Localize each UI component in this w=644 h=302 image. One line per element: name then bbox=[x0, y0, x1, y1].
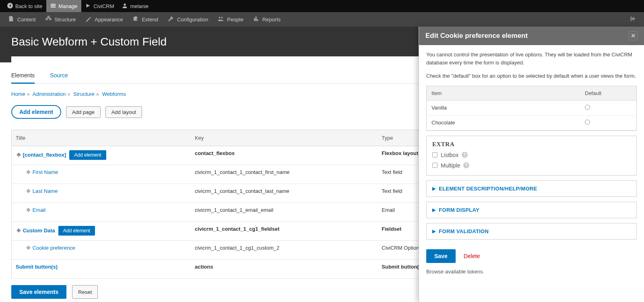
extra-title: EXTRA bbox=[427, 136, 636, 150]
add-page-button[interactable]: Add page bbox=[66, 106, 101, 118]
back-arrow-icon bbox=[7, 3, 13, 10]
th-default: Default bbox=[580, 86, 636, 101]
people-icon bbox=[218, 16, 224, 23]
user-menu[interactable]: melanie bbox=[118, 0, 153, 12]
toolbar-top: Back to site Manage CiviCRM melanie bbox=[0, 0, 644, 12]
element-title-link[interactable]: [contact_flexbox] bbox=[23, 152, 66, 158]
element-title-link[interactable]: Email bbox=[33, 207, 46, 213]
panel-header: Edit Cookie preference element ✕ bbox=[419, 27, 644, 45]
tab-build[interactable]: Build bbox=[50, 56, 61, 62]
crumb-admin[interactable]: Administration bbox=[33, 91, 66, 97]
civicrm-link[interactable]: CiviCRM bbox=[81, 0, 118, 12]
civicrm-label: CiviCRM bbox=[93, 3, 114, 9]
user-icon bbox=[122, 3, 128, 10]
options-fieldset: Item Default Vanilla Chocolate bbox=[426, 86, 637, 131]
help-text-2: Check the "default" box for an option to… bbox=[426, 72, 637, 80]
save-elements-button[interactable]: Save elements bbox=[11, 285, 66, 299]
toolbar-admin: Content Structure Appearance Extend Conf… bbox=[0, 12, 644, 27]
th-key: Key bbox=[191, 130, 378, 146]
structure-icon bbox=[45, 16, 52, 23]
file-icon bbox=[8, 16, 14, 23]
collapse-icon bbox=[630, 16, 636, 23]
drag-handle-icon[interactable]: ✥ bbox=[16, 152, 21, 158]
edit-element-panel: Edit Cookie preference element ✕ You can… bbox=[419, 27, 644, 302]
admin-appearance[interactable]: Appearance bbox=[80, 12, 128, 27]
row-add-element-button[interactable]: Add element bbox=[69, 150, 106, 160]
element-key: civicrm_1_contact_1_contact_last_name bbox=[191, 184, 378, 203]
element-title-link[interactable]: Last Name bbox=[33, 188, 58, 194]
details-description[interactable]: ▶ELEMENT DESCRIPTION/HELP/MORE bbox=[426, 180, 637, 197]
admin-people[interactable]: People bbox=[213, 12, 248, 27]
element-title-link[interactable]: First Name bbox=[33, 169, 58, 175]
subtab-elements[interactable]: Elements bbox=[11, 70, 35, 84]
options-table: Item Default Vanilla Chocolate bbox=[427, 86, 636, 130]
manage-label: Manage bbox=[58, 3, 77, 9]
panel-save-button[interactable]: Save bbox=[426, 249, 456, 263]
caret-right-icon: ▶ bbox=[432, 186, 436, 191]
tab-results[interactable]: Results bbox=[32, 56, 50, 62]
option-row: Chocolate bbox=[427, 115, 636, 130]
drag-handle-icon[interactable]: ✥ bbox=[16, 228, 21, 234]
close-icon[interactable]: ✕ bbox=[629, 31, 638, 40]
caret-right-icon: ▶ bbox=[432, 229, 436, 234]
panel-title: Edit Cookie preference element bbox=[425, 32, 528, 40]
puzzle-icon bbox=[132, 16, 138, 23]
admin-reports[interactable]: Reports bbox=[248, 12, 286, 27]
option-label: Chocolate bbox=[427, 115, 580, 130]
details-form-display[interactable]: ▶FORM DISPLAY bbox=[426, 202, 637, 218]
option-label: Vanilla bbox=[427, 100, 580, 115]
default-radio[interactable] bbox=[585, 120, 590, 125]
panel-delete-button[interactable]: Delete bbox=[464, 253, 480, 259]
help-icon[interactable]: ? bbox=[463, 162, 469, 168]
multiple-label: Multiple bbox=[441, 162, 460, 169]
listbox-checkbox[interactable] bbox=[432, 152, 438, 157]
tab-view[interactable]: View bbox=[11, 56, 23, 62]
element-key: civicrm_1_contact_1_email_email bbox=[191, 203, 378, 222]
details-form-validation[interactable]: ▶FORM VALIDATION bbox=[426, 223, 637, 240]
crumb-structure[interactable]: Structure bbox=[73, 91, 95, 97]
extra-fieldset: EXTRA Listbox ? Multiple ? bbox=[426, 136, 637, 176]
add-layout-button[interactable]: Add layout bbox=[105, 106, 142, 118]
wrench-icon bbox=[168, 16, 174, 23]
admin-configuration[interactable]: Configuration bbox=[163, 12, 213, 27]
hamburger-icon bbox=[50, 3, 56, 10]
drag-handle-icon[interactable]: ✥ bbox=[25, 245, 31, 251]
admin-extend[interactable]: Extend bbox=[128, 12, 163, 27]
admin-content[interactable]: Content bbox=[3, 12, 41, 27]
element-key: actions bbox=[191, 260, 378, 279]
default-radio[interactable] bbox=[585, 105, 590, 110]
caret-right-icon: ▶ bbox=[432, 207, 436, 213]
subtab-source[interactable]: Source bbox=[50, 70, 68, 83]
help-icon[interactable]: ? bbox=[462, 152, 468, 158]
help-text-1: You cannot control the presentation of l… bbox=[426, 51, 637, 66]
drag-handle-icon[interactable]: ✥ bbox=[25, 207, 31, 213]
element-title-link[interactable]: Submit button(s) bbox=[16, 264, 58, 270]
element-key: civicrm_1_contact_1_contact_first_name bbox=[191, 165, 378, 184]
crumb-webforms[interactable]: Webforms bbox=[102, 91, 126, 97]
drag-handle-icon[interactable]: ✥ bbox=[25, 169, 31, 175]
back-to-site[interactable]: Back to site bbox=[3, 0, 46, 12]
row-add-element-button[interactable]: Add element bbox=[58, 226, 95, 236]
listbox-label: Listbox bbox=[441, 152, 458, 158]
orientation-toggle[interactable] bbox=[625, 12, 641, 27]
th-item: Item bbox=[427, 86, 580, 101]
option-row: Vanilla bbox=[427, 100, 636, 115]
element-title-link[interactable]: Custom Data bbox=[23, 228, 55, 234]
admin-structure[interactable]: Structure bbox=[41, 12, 81, 27]
tab-settings[interactable]: Settings bbox=[61, 56, 80, 62]
back-label: Back to site bbox=[15, 3, 42, 9]
drag-handle-icon[interactable]: ✥ bbox=[25, 188, 31, 194]
element-key: civicrm_1_contact_1_cg1_custom_2 bbox=[191, 241, 378, 260]
element-key: civicrm_1_contact_1_cg1_fieldset bbox=[191, 222, 378, 241]
crumb-home[interactable]: Home bbox=[11, 91, 25, 97]
multiple-checkbox[interactable] bbox=[432, 163, 438, 168]
th-title: Title bbox=[12, 130, 191, 146]
add-element-button[interactable]: Add element bbox=[11, 105, 61, 119]
reset-button[interactable]: Reset bbox=[72, 285, 98, 299]
tab-test[interactable]: Test bbox=[23, 56, 32, 62]
element-key: contact_flexbox bbox=[191, 146, 378, 165]
element-title-link[interactable]: Cookie preference bbox=[33, 245, 75, 251]
tokens-link[interactable]: Browse available tokens. bbox=[426, 269, 637, 275]
panel-body[interactable]: You cannot control the presentation of l… bbox=[419, 45, 644, 302]
manage-toggle[interactable]: Manage bbox=[46, 0, 81, 12]
